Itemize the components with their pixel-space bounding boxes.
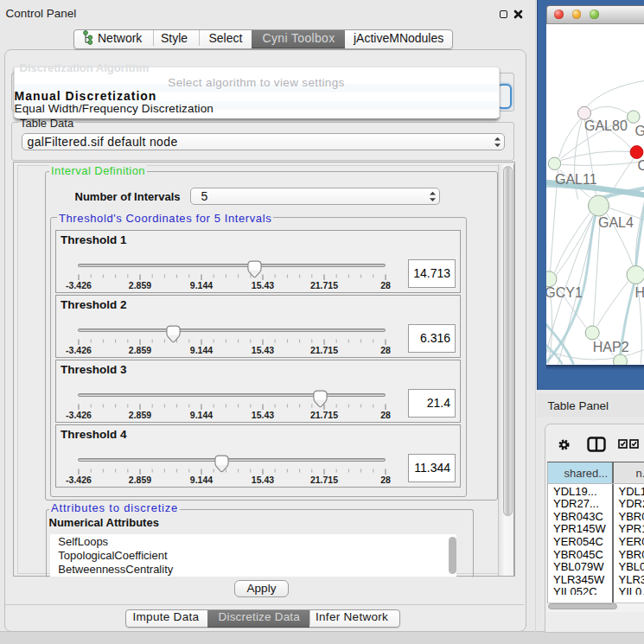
svg-text:GAL4: GAL4	[598, 215, 634, 230]
svg-text:H: H	[634, 284, 644, 299]
svg-text:C: C	[637, 158, 644, 173]
svg-text:GA: GA	[634, 123, 644, 137]
svg-text:GCY1: GCY1	[546, 284, 583, 299]
svg-text:HAP2: HAP2	[592, 339, 628, 354]
svg-text:GAL80: GAL80	[584, 118, 628, 132]
svg-text:GAL11: GAL11	[555, 172, 597, 187]
